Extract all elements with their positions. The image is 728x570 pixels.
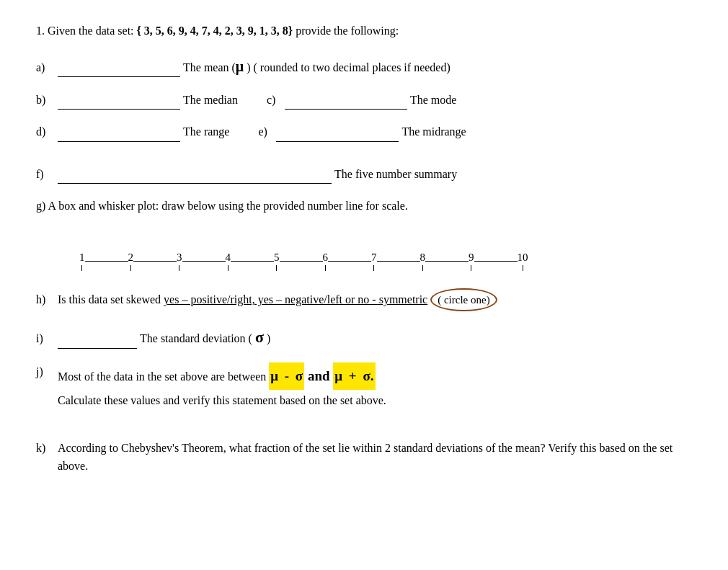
part-b-label: b) [36,91,58,110]
part-f-label: f) [36,165,58,184]
part-b-row: b) The median c) The mode [36,91,692,110]
part-j-plus: + [344,362,361,390]
part-e-text: The midrange [401,123,466,141]
part-j-and: and [304,362,333,390]
part-j-minus: - [280,362,294,390]
part-i-blank [58,329,137,349]
part-g-text: A box and whisker plot: draw below using… [48,200,407,212]
part-d-blank [58,123,180,142]
part-k-text: According to Chebyshev's Theorem, what f… [58,442,672,473]
question-intro: Given the data set: [48,25,134,37]
part-d-label: d) [36,123,58,141]
part-c-label: c) [267,91,281,110]
part-k-label: k) [36,439,58,458]
part-j-text1: Most of the data in the set above are be… [58,365,269,388]
part-h-label: h) [36,290,58,309]
part-c-text: The mode [410,91,456,110]
tick-8: 8 [420,251,426,271]
question-header: 1. Given the data set: { 3, 5, 6, 9, 4, … [36,22,692,40]
part-j-row: j) Most of the data in the set above are… [36,362,692,410]
part-d-row: d) The range e) The midrange [36,123,692,142]
part-j-content: Most of the data in the set above are be… [58,362,386,410]
part-k-row: k) According to Chebyshev's Theorem, wha… [36,439,692,476]
part-a-row: a) The mean (μ ) ( rounded to two decima… [36,55,692,78]
part-i-text1: The standard deviation ( σ ) [140,324,270,349]
part-h-underlined: yes – positive/right, yes – negative/lef… [164,290,427,309]
part-c-group: c) The mode [267,91,456,110]
tick-9: 9 [469,251,474,271]
part-e-group: e) The midrange [258,123,466,142]
part-c-blank [285,91,407,110]
part-f-text: The five number summary [334,165,457,184]
part-i-row: i) The standard deviation ( σ ) [36,324,692,349]
tick-7: 7 [371,251,377,271]
part-b-text: The median [183,91,238,110]
question-number: 1. [36,25,45,37]
part-h-text1: Is this data set skewed [58,290,164,309]
part-a-text: The mean (μ ) ( rounded to two decimal p… [183,55,450,78]
tick-3: 3 [177,251,182,271]
part-g-row: g) A box and whisker plot: draw below us… [36,197,692,215]
part-h-row: h) Is this data set skewed yes – positiv… [36,288,692,311]
number-line-section: 1 2 3 4 5 6 7 [36,223,692,277]
circle-one: ( circle one) [430,288,497,311]
part-k-content: According to Chebyshev's Theorem, what f… [58,439,678,476]
part-a-blank [58,58,180,78]
number-line: 1 2 3 4 5 6 7 [79,251,692,271]
part-e-label: e) [258,123,272,141]
part-i-label: i) [36,329,58,348]
part-b-blank [58,91,180,110]
tick-4: 4 [226,251,231,271]
tick-1: 1 [79,251,85,271]
part-e-blank [276,123,399,142]
part-j-sigma2: σ. [361,362,375,390]
tick-2: 2 [128,251,134,271]
part-j-label: j) [36,362,58,381]
dataset: { 3, 5, 6, 9, 4, 7, 4, 2, 3, 9, 1, 3, 8} [137,25,293,37]
tick-5: 5 [274,251,280,271]
part-j-mu2: μ [333,362,344,390]
part-j-second-line: Calculate these values and verify this s… [58,391,386,410]
part-j-mu1: μ [269,362,280,390]
part-a-label: a) [36,58,58,77]
question-intro-end: provide the following: [296,25,399,37]
sigma-symbol-i: σ [255,328,264,346]
part-g-label: g) [36,200,45,212]
mu-symbol-a: μ [236,58,244,74]
part-d-text: The range [183,123,229,141]
part-f-row: f) The five number summary [36,165,692,184]
part-j-sigma1: σ [294,362,304,390]
tick-10: 10 [518,251,528,271]
tick-6: 6 [323,251,329,271]
part-f-blank [58,165,332,184]
part-j-first-line: Most of the data in the set above are be… [58,362,386,390]
